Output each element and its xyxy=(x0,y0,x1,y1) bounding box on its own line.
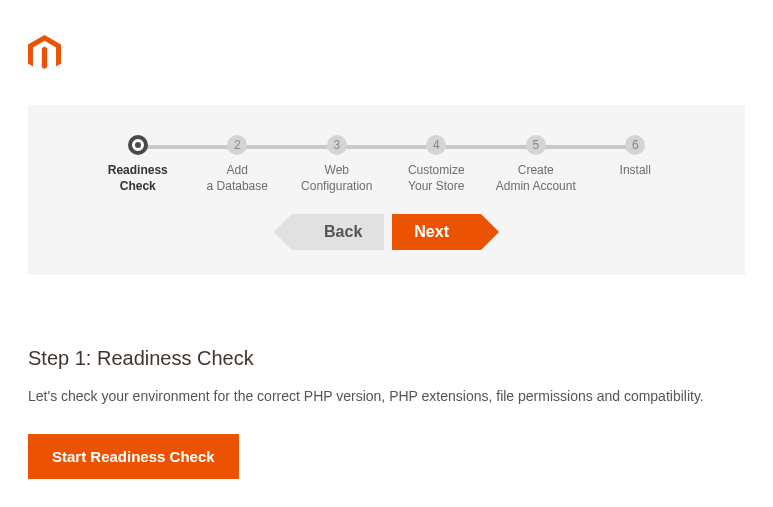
step-label: Readiness Check xyxy=(88,163,188,194)
step-label: Add a Database xyxy=(188,163,288,194)
step-add-database[interactable]: 2 Add a Database xyxy=(188,135,288,194)
step-circle: 5 xyxy=(526,135,546,155)
next-button[interactable]: Next xyxy=(392,214,481,250)
step-readiness-check[interactable]: Readiness Check xyxy=(88,135,188,194)
step-circle: 4 xyxy=(426,135,446,155)
page-title: Step 1: Readiness Check xyxy=(28,347,745,370)
step-install[interactable]: 6 Install xyxy=(586,135,686,194)
step-circle: 3 xyxy=(327,135,347,155)
step-create-admin[interactable]: 5 Create Admin Account xyxy=(486,135,586,194)
page-description: Let's check your environment for the cor… xyxy=(28,388,745,404)
step-circle: 6 xyxy=(625,135,645,155)
step-content: Step 1: Readiness Check Let's check your… xyxy=(0,347,773,479)
magento-logo-icon xyxy=(28,35,61,73)
step-label: Create Admin Account xyxy=(486,163,586,194)
step-label: Customize Your Store xyxy=(387,163,487,194)
step-circle: 2 xyxy=(227,135,247,155)
step-circle xyxy=(128,135,148,155)
back-button[interactable]: Back xyxy=(292,214,384,250)
step-customize-store[interactable]: 4 Customize Your Store xyxy=(387,135,487,194)
wizard-nav-buttons: Back Next xyxy=(28,214,745,250)
start-readiness-check-button[interactable]: Start Readiness Check xyxy=(28,434,239,479)
step-label: Install xyxy=(586,163,686,179)
magento-logo xyxy=(0,0,773,77)
wizard-steps-panel: Readiness Check 2 Add a Database 3 Web C… xyxy=(28,105,745,275)
step-web-configuration[interactable]: 3 Web Configuration xyxy=(287,135,387,194)
step-label: Web Configuration xyxy=(287,163,387,194)
steps-container: Readiness Check 2 Add a Database 3 Web C… xyxy=(28,135,745,194)
